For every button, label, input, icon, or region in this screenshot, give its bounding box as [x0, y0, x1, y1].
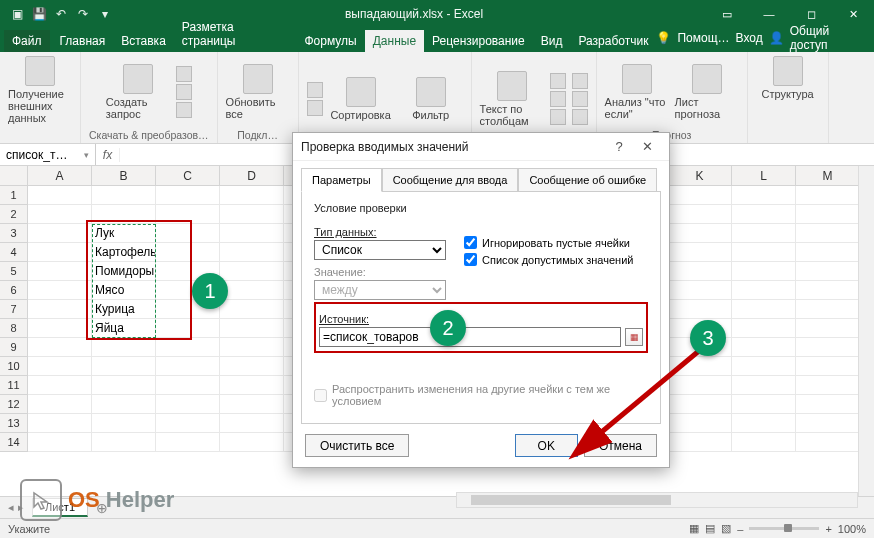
tab-developer[interactable]: Разработчик: [570, 30, 656, 52]
tab-review[interactable]: Рецензирование: [424, 30, 533, 52]
annotation-arrow: [560, 340, 720, 470]
ribbon: Получение внешних данных Создать запрос …: [0, 52, 874, 144]
col-header[interactable]: A: [28, 166, 92, 185]
cell-b6: Мясо: [92, 281, 156, 300]
col-header[interactable]: L: [732, 166, 796, 185]
select-all-corner[interactable]: [0, 166, 28, 185]
in-cell-dropdown-checkbox[interactable]: [464, 253, 477, 266]
dialog-tab-error[interactable]: Сообщение об ошибке: [518, 168, 657, 192]
undo-icon[interactable]: ↶: [54, 7, 68, 21]
share-label[interactable]: Общий доступ: [790, 24, 866, 52]
show-queries-icon[interactable]: [176, 66, 192, 82]
dialog-help-icon[interactable]: ?: [605, 139, 633, 154]
source-label: Источник:: [319, 313, 643, 325]
quick-access-toolbar: ▣ 💾 ↶ ↷ ▾: [0, 7, 122, 21]
ignore-blank-checkbox[interactable]: [464, 236, 477, 249]
qat-dropdown-icon[interactable]: ▾: [98, 7, 112, 21]
sheet-nav-prev-icon[interactable]: ◂: [8, 501, 14, 514]
cell-b5: Помидоры: [92, 262, 156, 281]
name-box[interactable]: список_т…▾: [0, 144, 96, 165]
cell-b7: Курица: [92, 300, 156, 319]
fx-icon[interactable]: fx: [96, 148, 120, 162]
annotation-callout-1: 1: [192, 273, 228, 309]
tab-home[interactable]: Главная: [52, 30, 114, 52]
zoom-level[interactable]: 100%: [838, 523, 866, 535]
annotation-callout-2: 2: [430, 310, 466, 346]
ribbon-tabs: Файл Главная Вставка Разметка страницы Ф…: [0, 28, 874, 52]
filter-button[interactable]: Фильтр: [399, 77, 463, 121]
status-mode: Укажите: [8, 523, 50, 535]
tell-me-icon[interactable]: 💡: [656, 31, 671, 45]
tab-layout[interactable]: Разметка страницы: [174, 16, 297, 52]
excel-icon: ▣: [10, 7, 24, 21]
propagate-checkbox: [314, 389, 327, 402]
tab-formulas[interactable]: Формулы: [296, 30, 364, 52]
svg-line-0: [580, 350, 700, 450]
col-header[interactable]: D: [220, 166, 284, 185]
sort-az-icon[interactable]: [307, 82, 323, 98]
col-header[interactable]: K: [668, 166, 732, 185]
dialog-close-icon[interactable]: ✕: [633, 139, 661, 154]
type-select[interactable]: Список: [314, 240, 446, 260]
annotation-callout-3: 3: [690, 320, 726, 356]
vertical-scrollbar[interactable]: [858, 166, 874, 496]
type-label: Тип данных:: [314, 226, 464, 238]
new-query-button[interactable]: Создать запрос: [106, 64, 170, 120]
recent-sources-icon[interactable]: [176, 102, 192, 118]
dialog-title: Проверка вводимых значений: [301, 140, 605, 154]
between-label: Значение:: [314, 266, 464, 278]
refresh-all-button[interactable]: Обновить все: [226, 64, 290, 120]
cell-b3: Лук: [92, 224, 156, 243]
flash-fill-icon[interactable]: [550, 73, 566, 89]
tab-insert[interactable]: Вставка: [113, 30, 174, 52]
tab-file[interactable]: Файл: [4, 30, 50, 52]
redo-icon[interactable]: ↷: [76, 7, 90, 21]
window-title: выпадающий.xlsx - Excel: [122, 7, 706, 21]
share-icon: 👤: [769, 31, 784, 45]
tell-me-label[interactable]: Помощ…: [677, 31, 729, 45]
data-model-icon[interactable]: [572, 109, 588, 125]
zoom-out-icon[interactable]: –: [737, 523, 743, 535]
col-header[interactable]: C: [156, 166, 220, 185]
remove-dupes-icon[interactable]: [550, 91, 566, 107]
save-icon[interactable]: 💾: [32, 7, 46, 21]
sort-button[interactable]: Сортировка: [329, 77, 393, 121]
dialog-tab-settings[interactable]: Параметры: [301, 168, 382, 192]
sort-za-icon[interactable]: [307, 100, 323, 116]
consolidate-icon[interactable]: [572, 73, 588, 89]
zoom-in-icon[interactable]: +: [825, 523, 831, 535]
ignore-blank-label: Игнорировать пустые ячейки: [482, 237, 630, 249]
outline-button[interactable]: Структура: [756, 56, 820, 100]
text-to-columns-button[interactable]: Текст по столбцам: [480, 71, 544, 127]
relationships-icon[interactable]: [572, 91, 588, 107]
watermark-logo: OSHelper: [20, 479, 174, 521]
view-pagelayout-icon[interactable]: ▤: [705, 522, 715, 535]
clear-all-button[interactable]: Очистить все: [305, 434, 409, 457]
get-external-data-button[interactable]: Получение внешних данных: [8, 56, 72, 124]
signin-label[interactable]: Вход: [736, 31, 763, 45]
in-cell-dropdown-label: Список допустимых значений: [482, 254, 633, 266]
col-header[interactable]: M: [796, 166, 860, 185]
between-select: между: [314, 280, 446, 300]
cursor-icon: [20, 479, 62, 521]
view-normal-icon[interactable]: ▦: [689, 522, 699, 535]
forecast-sheet-button[interactable]: Лист прогноза: [675, 64, 739, 120]
horizontal-scrollbar[interactable]: [456, 492, 858, 508]
status-bar: Укажите ▦ ▤ ▧ – + 100%: [0, 518, 874, 538]
validation-section-label: Условие проверки: [314, 202, 648, 214]
cell-b8: Яйца: [92, 319, 156, 338]
tab-data[interactable]: Данные: [365, 30, 424, 52]
zoom-slider[interactable]: [749, 527, 819, 530]
col-header[interactable]: B: [92, 166, 156, 185]
data-validation-icon[interactable]: [550, 109, 566, 125]
cell-b4: Картофель: [92, 243, 156, 262]
tab-view[interactable]: Вид: [533, 30, 571, 52]
view-pagebreak-icon[interactable]: ▧: [721, 522, 731, 535]
from-table-icon[interactable]: [176, 84, 192, 100]
whatif-button[interactable]: Анализ "что если": [605, 64, 669, 120]
dialog-tab-input-msg[interactable]: Сообщение для ввода: [382, 168, 519, 192]
